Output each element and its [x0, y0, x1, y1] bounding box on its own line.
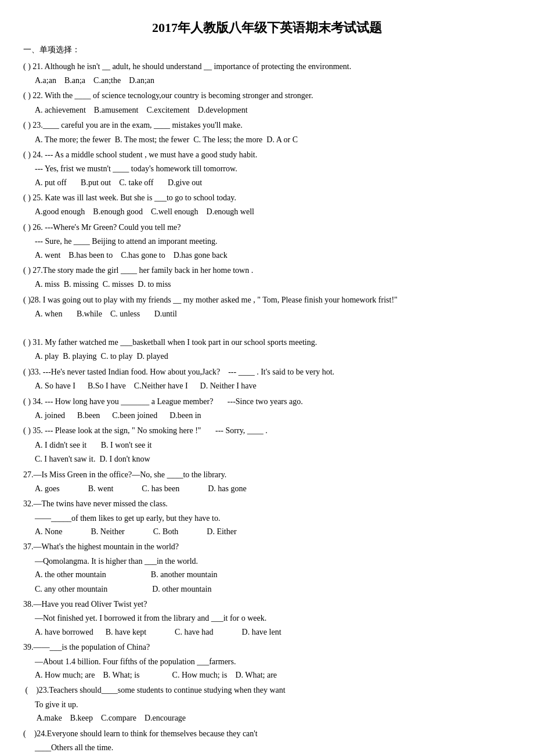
question-34: ( ) 34. --- How long have you _______ a … — [23, 395, 511, 423]
question-27: ( ) 27.The story made the girl ____ her … — [23, 264, 511, 291]
question-22: ( ) 22. With the ____ of science tecnolo… — [23, 89, 511, 117]
question-21: ( ) 21. Although he isn't __ adult, he s… — [23, 60, 511, 88]
questions-container: ( ) 21. Although he isn't __ adult, he s… — [23, 60, 511, 756]
question-39: 39.——___is the population of China? —Abo… — [23, 641, 511, 682]
page-title: 2017年人教版八年级下英语期末考试试题 — [23, 17, 511, 38]
question-23: ( ) 23.____ careful you are in the exam,… — [23, 119, 511, 146]
question-28: ( )28. I was going out to play with my f… — [23, 294, 511, 321]
question-24: ( ) 24. --- As a middle school student ,… — [23, 149, 511, 189]
question-33: ( )33. ---He's never tasted Indian food.… — [23, 366, 511, 393]
question-23b: ( )23.Teachers should____some students t… — [23, 684, 511, 725]
question-25: ( ) 25. Kate was ill last week. But she … — [23, 192, 511, 219]
question-32: 32.—The twins have never missed the clas… — [23, 498, 511, 538]
question-37: 37.—What's the highest mountain in the w… — [23, 541, 511, 596]
question-38: 38.—Have you read Oliver Twist yet? —Not… — [23, 598, 511, 639]
question-26: ( ) 26. ---Where's Mr Green? Could you t… — [23, 221, 511, 262]
question-27b: 27.—Is Miss Green in the office?—No, she… — [23, 469, 511, 496]
question-35: ( ) 35. --- Please look at the sign, " N… — [23, 424, 511, 466]
question-31: ( ) 31. My father watched me ___basketba… — [23, 336, 511, 363]
question-24b: ( )24.Everyone should learn to think for… — [23, 728, 511, 756]
section-header: 一、单项选择： — [23, 44, 511, 56]
